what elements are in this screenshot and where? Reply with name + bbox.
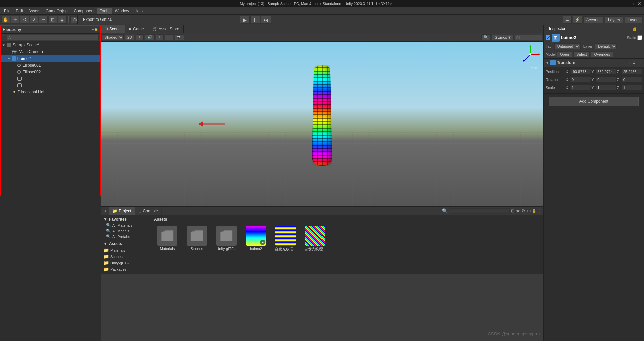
gizmos-btn[interactable]: Gizmos ▼	[492, 35, 514, 40]
tree-item-ellipse002[interactable]: Ellipse002	[1, 69, 100, 75]
light-toggle-btn[interactable]: ☀	[136, 34, 144, 40]
toolbar-custom-btn[interactable]: ◈	[58, 16, 67, 24]
sidebar-all-prefabs[interactable]: 🔍 All Prefabs	[101, 234, 151, 239]
sidebar-unity-gitf-folder[interactable]: 📁 Unity-gITF-	[101, 260, 151, 266]
asset-unity-gitf-folder[interactable]: Unity-gITF...	[213, 224, 240, 253]
scale-y-input[interactable]: 1	[596, 85, 616, 90]
menu-assets[interactable]: Assets	[26, 8, 43, 14]
scale-z-input[interactable]: 1	[622, 85, 642, 90]
hierarchy-search-input[interactable]	[7, 35, 99, 40]
select-btn[interactable]: Select	[573, 51, 590, 58]
static-checkbox[interactable]	[637, 35, 642, 40]
bottom-search-btn[interactable]: 🔍	[442, 208, 448, 213]
tree-item-empty2[interactable]	[1, 82, 100, 89]
tree-item-directionallight[interactable]: ☀ Directional Light	[1, 89, 100, 96]
transform-settings-icon[interactable]: ⚙	[632, 61, 636, 65]
assets-sidebar-title[interactable]: ▼ Assets	[101, 241, 151, 247]
scale-x-input[interactable]: 1	[570, 85, 591, 90]
menu-file[interactable]: File	[1, 8, 13, 14]
tab-game[interactable]: ▶ Game	[125, 25, 148, 33]
layout-btn[interactable]: Layout	[625, 16, 643, 23]
toolbar-rect-btn[interactable]: ▭	[39, 16, 48, 24]
pause-button[interactable]: ⏸	[250, 16, 260, 24]
transform-menu-icon[interactable]: ⋮	[638, 61, 642, 65]
render-mode-select[interactable]: Shaded	[102, 34, 124, 40]
fx-toggle-btn[interactable]: ✦	[156, 34, 164, 40]
tab-asset-store[interactable]: 🛒 Asset Store	[148, 25, 184, 33]
position-x-input[interactable]: -90.8773	[570, 69, 591, 74]
asset-materials-folder[interactable]: Materials	[154, 224, 181, 253]
camera-btn[interactable]: 📷	[175, 34, 184, 40]
sidebar-all-models[interactable]: 🔍 All Models	[101, 228, 151, 234]
menu-tools[interactable]: Tools	[97, 8, 112, 14]
minimize-button[interactable]: ─	[629, 1, 632, 6]
scene-search-btn[interactable]: 🔍	[481, 34, 491, 40]
asset-texture2[interactable]: 自发光纹理...	[302, 224, 329, 253]
assets-filter-btn[interactable]: ⊞	[511, 208, 515, 213]
bottom-menu-btn[interactable]: ⋮	[538, 208, 542, 213]
menu-gameobject[interactable]: GameObject	[43, 8, 71, 14]
add-component-btn[interactable]: Add Component	[549, 97, 639, 106]
sidebar-materials-folder[interactable]: 📁 Materials	[101, 247, 151, 253]
audio-toggle-btn[interactable]: 🔊	[145, 34, 155, 40]
toolbar-move-btn[interactable]: ✛	[11, 16, 19, 24]
sidebar-all-materials[interactable]: 🔍 All Materials	[101, 222, 151, 228]
play-button[interactable]: ▶	[240, 16, 250, 24]
assets-settings-btn[interactable]: ⚙	[521, 208, 525, 213]
position-z-input[interactable]: 25.2486	[622, 69, 642, 74]
maximize-button[interactable]: □	[634, 1, 636, 6]
obj-enabled-checkbox[interactable]	[546, 35, 550, 40]
account-btn[interactable]: Account	[583, 16, 604, 23]
toolbar-rotate-btn[interactable]: ↺	[20, 16, 29, 24]
menu-edit[interactable]: Edit	[13, 8, 26, 14]
rotation-x-input[interactable]: 0	[570, 77, 591, 82]
collab-btn[interactable]: ☁	[563, 16, 572, 24]
layers-btn[interactable]: Layers	[605, 16, 623, 23]
scene-search-input[interactable]	[515, 35, 542, 40]
transform-info-icon[interactable]: ℹ	[628, 61, 630, 65]
close-button[interactable]: ✕	[637, 1, 641, 6]
layer-select[interactable]: Default	[595, 43, 617, 49]
menu-help[interactable]: Help	[132, 8, 145, 14]
assets-star-btn[interactable]: ★	[516, 208, 520, 213]
tree-item-maincamera[interactable]: 📷 Main Camera	[1, 48, 100, 55]
toolbar-transform-btn[interactable]: ⊞	[48, 16, 57, 24]
samplescene-menu-icon[interactable]: ⋮	[96, 43, 100, 47]
toolbar-scale-btn[interactable]: ⤢	[30, 16, 38, 24]
tree-item-samplescene[interactable]: ▼ ⊞ SampleScene* ⋮	[1, 42, 100, 48]
step-button[interactable]: ⏭	[261, 16, 271, 24]
menu-component[interactable]: Component	[71, 8, 97, 14]
favorites-title[interactable]: ▼ Favorites	[101, 216, 151, 222]
cloud-btn[interactable]: ⚡	[573, 16, 582, 24]
open-btn[interactable]: Open	[557, 51, 572, 58]
tag-select[interactable]: Untagged	[554, 43, 581, 49]
tab-project[interactable]: 📁 Project	[109, 207, 135, 215]
sidebar-packages-folder[interactable]: 📁 Packages	[101, 266, 151, 272]
2d-btn[interactable]: 2D	[125, 35, 134, 40]
menu-window[interactable]: Window	[112, 8, 132, 14]
export-gitf-item[interactable]: Export to Gitf2.0	[78, 15, 131, 24]
transform-header[interactable]: ▼ ⊞ Transform ℹ ⚙ ⋮	[544, 59, 644, 67]
bottom-add-btn[interactable]: +	[102, 208, 109, 214]
tree-item-empty1[interactable]	[1, 75, 100, 82]
tab-inspector[interactable]: Inspector	[546, 26, 569, 32]
bottom-lock-btn[interactable]: 🔒	[532, 209, 536, 213]
assets-search-input[interactable]	[449, 208, 510, 214]
sidebar-scenes-folder[interactable]: 📁 Scenes	[101, 253, 151, 260]
position-y-input[interactable]: 589.9714	[596, 69, 616, 74]
overrides-btn[interactable]: Overrides	[591, 51, 613, 58]
asset-baimo2[interactable]: ▶ baimo2	[243, 224, 269, 253]
inspector-lock-icon[interactable]: 🔒	[632, 27, 637, 31]
inspector-menu-icon[interactable]: ⋮	[638, 27, 642, 31]
tab-console[interactable]: ⊞ Console	[135, 207, 162, 215]
rotation-y-input[interactable]: 0	[596, 77, 616, 82]
scene-options-btn[interactable]: ⋮	[165, 34, 173, 40]
asset-texture1[interactable]: 自发光纹理...	[272, 224, 299, 253]
asset-scenes-folder[interactable]: Scenes	[183, 224, 210, 253]
tree-item-ellipse001[interactable]: Ellipse001	[1, 62, 100, 69]
scene-view[interactable]: Front	[101, 42, 543, 206]
rotation-z-input[interactable]: 0	[622, 77, 642, 82]
toolbar-hand-btn[interactable]: ✋	[1, 16, 10, 24]
tree-item-baimo2[interactable]: ▼ baimo2	[1, 55, 100, 62]
tab-scene[interactable]: ⊞ Scene	[101, 25, 125, 33]
